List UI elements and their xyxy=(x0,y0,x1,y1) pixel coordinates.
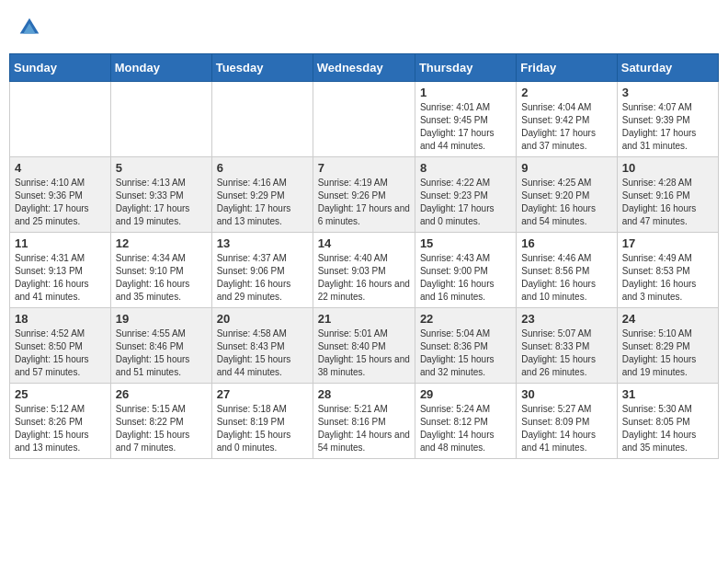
calendar-table: SundayMondayTuesdayWednesdayThursdayFrid… xyxy=(9,53,719,459)
calendar-week-row: 25Sunrise: 5:12 AMSunset: 8:26 PMDayligh… xyxy=(10,384,719,459)
calendar-cell: 14Sunrise: 4:40 AMSunset: 9:03 PMDayligh… xyxy=(313,233,415,308)
calendar-cell: 2Sunrise: 4:04 AMSunset: 9:42 PMDaylight… xyxy=(517,82,617,157)
day-info: Sunrise: 4:10 AMSunset: 9:36 PMDaylight:… xyxy=(15,177,106,228)
day-number: 1 xyxy=(420,86,511,99)
calendar-cell: 30Sunrise: 5:27 AMSunset: 8:09 PMDayligh… xyxy=(517,384,617,459)
day-number: 31 xyxy=(622,387,713,401)
calendar-cell: 18Sunrise: 4:52 AMSunset: 8:50 PMDayligh… xyxy=(10,308,111,384)
day-info: Sunrise: 5:24 AMSunset: 8:12 PMDaylight:… xyxy=(420,403,511,454)
day-number: 15 xyxy=(420,236,511,250)
day-info: Sunrise: 5:15 AMSunset: 8:22 PMDaylight:… xyxy=(116,403,207,454)
day-number: 29 xyxy=(420,387,511,401)
day-info: Sunrise: 4:22 AMSunset: 9:23 PMDaylight:… xyxy=(420,177,511,228)
day-number: 8 xyxy=(420,161,511,175)
day-info: Sunrise: 4:34 AMSunset: 9:10 PMDaylight:… xyxy=(116,252,207,304)
calendar-cell xyxy=(110,82,211,157)
calendar-cell: 4Sunrise: 4:10 AMSunset: 9:36 PMDaylight… xyxy=(10,157,111,233)
calendar-header-monday: Monday xyxy=(110,54,211,82)
day-number: 5 xyxy=(116,161,207,175)
day-number: 22 xyxy=(420,312,511,326)
calendar-cell: 10Sunrise: 4:28 AMSunset: 9:16 PMDayligh… xyxy=(617,157,718,233)
calendar-cell: 9Sunrise: 4:25 AMSunset: 9:20 PMDaylight… xyxy=(517,157,617,233)
calendar-cell: 3Sunrise: 4:07 AMSunset: 9:39 PMDaylight… xyxy=(617,82,718,157)
day-number: 17 xyxy=(622,236,713,250)
calendar-cell: 26Sunrise: 5:15 AMSunset: 8:22 PMDayligh… xyxy=(110,384,211,459)
calendar-week-row: 18Sunrise: 4:52 AMSunset: 8:50 PMDayligh… xyxy=(10,308,719,384)
day-number: 26 xyxy=(116,387,207,401)
calendar-cell: 12Sunrise: 4:34 AMSunset: 9:10 PMDayligh… xyxy=(110,233,211,308)
day-info: Sunrise: 5:21 AMSunset: 8:16 PMDaylight:… xyxy=(318,403,410,454)
day-number: 27 xyxy=(217,387,308,401)
calendar-cell: 21Sunrise: 5:01 AMSunset: 8:40 PMDayligh… xyxy=(313,308,415,384)
day-number: 4 xyxy=(15,161,106,175)
calendar-cell: 22Sunrise: 5:04 AMSunset: 8:36 PMDayligh… xyxy=(415,308,516,384)
day-number: 24 xyxy=(622,312,713,326)
day-number: 9 xyxy=(521,161,611,175)
calendar-cell: 7Sunrise: 4:19 AMSunset: 9:26 PMDaylight… xyxy=(313,157,415,233)
header xyxy=(9,9,719,46)
calendar-cell: 31Sunrise: 5:30 AMSunset: 8:05 PMDayligh… xyxy=(617,384,718,459)
day-info: Sunrise: 4:01 AMSunset: 9:45 PMDaylight:… xyxy=(420,101,511,153)
day-number: 2 xyxy=(521,86,611,99)
day-number: 25 xyxy=(15,387,106,401)
day-number: 12 xyxy=(116,236,207,250)
day-number: 20 xyxy=(217,312,308,326)
day-info: Sunrise: 4:37 AMSunset: 9:06 PMDaylight:… xyxy=(217,252,308,304)
calendar-cell: 5Sunrise: 4:13 AMSunset: 9:33 PMDaylight… xyxy=(110,157,211,233)
calendar-cell: 11Sunrise: 4:31 AMSunset: 9:13 PMDayligh… xyxy=(10,233,111,308)
day-info: Sunrise: 5:10 AMSunset: 8:29 PMDaylight:… xyxy=(622,327,713,379)
calendar-week-row: 4Sunrise: 4:10 AMSunset: 9:36 PMDaylight… xyxy=(10,157,719,233)
day-number: 18 xyxy=(15,312,106,326)
calendar-cell: 25Sunrise: 5:12 AMSunset: 8:26 PMDayligh… xyxy=(10,384,111,459)
day-info: Sunrise: 4:07 AMSunset: 9:39 PMDaylight:… xyxy=(622,101,713,153)
day-number: 10 xyxy=(622,161,713,175)
calendar-header-tuesday: Tuesday xyxy=(211,54,313,82)
logo-icon xyxy=(17,15,42,40)
day-info: Sunrise: 4:40 AMSunset: 9:03 PMDaylight:… xyxy=(318,252,410,304)
logo xyxy=(17,15,44,40)
day-number: 28 xyxy=(318,387,410,401)
calendar-cell: 19Sunrise: 4:55 AMSunset: 8:46 PMDayligh… xyxy=(110,308,211,384)
calendar-week-row: 11Sunrise: 4:31 AMSunset: 9:13 PMDayligh… xyxy=(10,233,719,308)
calendar-cell xyxy=(10,82,111,157)
calendar-cell: 16Sunrise: 4:46 AMSunset: 8:56 PMDayligh… xyxy=(517,233,617,308)
calendar-cell: 28Sunrise: 5:21 AMSunset: 8:16 PMDayligh… xyxy=(313,384,415,459)
day-info: Sunrise: 4:13 AMSunset: 9:33 PMDaylight:… xyxy=(116,177,207,228)
day-number: 23 xyxy=(521,312,611,326)
day-number: 21 xyxy=(318,312,410,326)
day-number: 7 xyxy=(318,161,410,175)
day-info: Sunrise: 5:30 AMSunset: 8:05 PMDaylight:… xyxy=(622,403,713,454)
day-info: Sunrise: 4:46 AMSunset: 8:56 PMDaylight:… xyxy=(521,252,611,304)
day-info: Sunrise: 4:31 AMSunset: 9:13 PMDaylight:… xyxy=(15,252,106,304)
calendar-header-saturday: Saturday xyxy=(617,54,718,82)
calendar-header-row: SundayMondayTuesdayWednesdayThursdayFrid… xyxy=(10,54,719,82)
day-info: Sunrise: 4:52 AMSunset: 8:50 PMDaylight:… xyxy=(15,327,106,379)
calendar-cell xyxy=(313,82,415,157)
day-info: Sunrise: 4:58 AMSunset: 8:43 PMDaylight:… xyxy=(217,327,308,379)
calendar-cell: 24Sunrise: 5:10 AMSunset: 8:29 PMDayligh… xyxy=(617,308,718,384)
calendar-cell: 17Sunrise: 4:49 AMSunset: 8:53 PMDayligh… xyxy=(617,233,718,308)
calendar-week-row: 1Sunrise: 4:01 AMSunset: 9:45 PMDaylight… xyxy=(10,82,719,157)
day-info: Sunrise: 4:16 AMSunset: 9:29 PMDaylight:… xyxy=(217,177,308,228)
calendar-header-friday: Friday xyxy=(517,54,617,82)
day-info: Sunrise: 5:01 AMSunset: 8:40 PMDaylight:… xyxy=(318,327,410,379)
calendar-cell xyxy=(211,82,313,157)
day-number: 16 xyxy=(521,236,611,250)
day-number: 11 xyxy=(15,236,106,250)
day-number: 6 xyxy=(217,161,308,175)
day-number: 13 xyxy=(217,236,308,250)
day-info: Sunrise: 4:49 AMSunset: 8:53 PMDaylight:… xyxy=(622,252,713,304)
calendar-cell: 8Sunrise: 4:22 AMSunset: 9:23 PMDaylight… xyxy=(415,157,516,233)
day-number: 14 xyxy=(318,236,410,250)
day-info: Sunrise: 5:18 AMSunset: 8:19 PMDaylight:… xyxy=(217,403,308,454)
calendar-header-wednesday: Wednesday xyxy=(313,54,415,82)
calendar-cell: 1Sunrise: 4:01 AMSunset: 9:45 PMDaylight… xyxy=(415,82,516,157)
day-info: Sunrise: 5:12 AMSunset: 8:26 PMDaylight:… xyxy=(15,403,106,454)
day-info: Sunrise: 5:07 AMSunset: 8:33 PMDaylight:… xyxy=(521,327,611,379)
day-info: Sunrise: 4:19 AMSunset: 9:26 PMDaylight:… xyxy=(318,177,410,228)
calendar-cell: 27Sunrise: 5:18 AMSunset: 8:19 PMDayligh… xyxy=(211,384,313,459)
day-number: 30 xyxy=(521,387,611,401)
calendar-cell: 23Sunrise: 5:07 AMSunset: 8:33 PMDayligh… xyxy=(517,308,617,384)
day-info: Sunrise: 4:25 AMSunset: 9:20 PMDaylight:… xyxy=(521,177,611,228)
calendar-cell: 20Sunrise: 4:58 AMSunset: 8:43 PMDayligh… xyxy=(211,308,313,384)
